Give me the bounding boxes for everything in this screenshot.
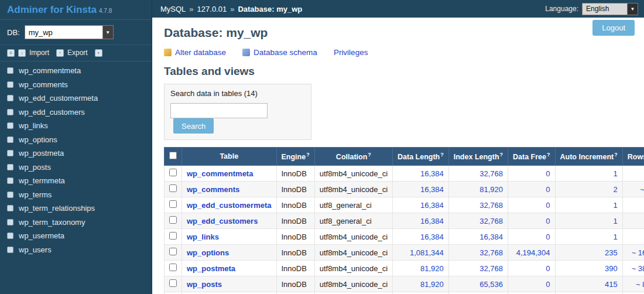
row-checkbox[interactable]: [169, 169, 177, 176]
privileges-link[interactable]: Privileges: [334, 48, 368, 57]
column-header-data-length[interactable]: Data Length?: [393, 148, 449, 166]
column-header-index-length[interactable]: Index Length?: [448, 148, 508, 166]
sidebar-table-item[interactable]: wp_commentmeta: [0, 64, 152, 78]
table-name-link[interactable]: wp_posts: [187, 280, 222, 289]
help-link[interactable]: ?: [368, 152, 371, 158]
auto-increment-link[interactable]: 1: [613, 217, 617, 225]
data-free-link[interactable]: 0: [546, 264, 550, 273]
table-select-icon[interactable]: [7, 192, 13, 198]
auto-increment-link[interactable]: 1: [613, 169, 617, 178]
sidebar-table-link[interactable]: wp_users: [19, 245, 52, 254]
row-checkbox[interactable]: [169, 232, 177, 240]
help-link[interactable]: ?: [500, 152, 503, 158]
search-input[interactable]: [170, 103, 268, 118]
table-select-icon[interactable]: [7, 205, 13, 211]
help-link[interactable]: ?: [306, 152, 310, 158]
sidebar-table-link[interactable]: wp_terms: [19, 190, 52, 199]
table-name-link[interactable]: wp_postmeta: [187, 264, 235, 273]
column-header-engine[interactable]: Engine?: [276, 148, 314, 166]
column-header-table[interactable]: Table: [182, 148, 277, 166]
sidebar-table-item[interactable]: wp_comments: [0, 78, 152, 92]
db-select[interactable]: my_wp ▼: [25, 25, 114, 39]
import-icon[interactable]: ↓: [18, 49, 26, 57]
table-select-icon[interactable]: [7, 109, 13, 115]
language-select[interactable]: English ▼: [582, 3, 638, 15]
row-checkbox[interactable]: [169, 248, 177, 255]
table-select-icon[interactable]: [7, 247, 13, 253]
data-free-link[interactable]: 0: [546, 201, 550, 210]
rows-link[interactable]: ~ 88: [636, 280, 644, 289]
column-header-data-free[interactable]: Data Free?: [508, 148, 555, 166]
sidebar-table-item[interactable]: wp_postmeta: [0, 146, 152, 160]
database-schema-link[interactable]: Database schema: [254, 48, 317, 57]
export-link[interactable]: Export: [67, 49, 88, 57]
index-length-link[interactable]: 32,768: [479, 217, 503, 225]
sidebar-table-link[interactable]: wp_termmeta: [19, 176, 65, 185]
sidebar-table-item[interactable]: wp_edd_customers: [0, 105, 152, 119]
sql-command-icon[interactable]: ≡: [7, 49, 15, 57]
column-header-rows[interactable]: Rows?: [622, 148, 644, 166]
select-all-checkbox[interactable]: [169, 152, 177, 159]
breadcrumb-item[interactable]: MySQL: [160, 5, 186, 13]
create-table-icon[interactable]: +: [95, 49, 102, 57]
sidebar-table-item[interactable]: wp_term_taxonomy: [0, 216, 152, 230]
rows-link[interactable]: ~ 383: [632, 264, 644, 273]
row-checkbox[interactable]: [169, 279, 177, 287]
breadcrumb-item[interactable]: 127.0.01: [197, 5, 227, 13]
rows-link[interactable]: ~ 1: [640, 185, 644, 194]
sidebar-table-link[interactable]: wp_term_relationships: [19, 204, 95, 213]
help-link[interactable]: ?: [547, 152, 550, 158]
auto-increment-link[interactable]: 235: [605, 248, 618, 257]
auto-increment-link[interactable]: 2: [613, 185, 617, 194]
table-name-link[interactable]: wp_commentmeta: [187, 169, 253, 178]
data-free-link[interactable]: 0: [546, 185, 550, 194]
data-free-link[interactable]: 0: [546, 233, 550, 241]
auto-increment-link[interactable]: 390: [605, 264, 618, 273]
help-link[interactable]: ?: [440, 152, 444, 158]
sidebar-table-link[interactable]: wp_commentmeta: [19, 66, 81, 75]
table-select-icon[interactable]: [7, 136, 13, 143]
search-button[interactable]: Search: [173, 118, 214, 134]
app-title-link[interactable]: Adminer for Kinsta: [7, 4, 97, 15]
sidebar-table-link[interactable]: wp_posts: [19, 163, 51, 172]
table-select-icon[interactable]: [7, 177, 13, 184]
index-length-link[interactable]: 65,536: [479, 280, 503, 289]
row-checkbox[interactable]: [169, 264, 177, 271]
table-select-icon[interactable]: [7, 81, 13, 88]
auto-increment-link[interactable]: 1: [613, 201, 617, 210]
data-length-link[interactable]: 16,384: [420, 217, 444, 225]
export-icon[interactable]: ↑: [56, 49, 64, 57]
auto-increment-link[interactable]: 1: [613, 233, 617, 241]
table-name-link[interactable]: wp_comments: [187, 185, 239, 194]
data-length-link[interactable]: 81,920: [420, 264, 444, 273]
table-select-icon[interactable]: [7, 150, 13, 156]
data-free-link[interactable]: 0: [546, 280, 550, 289]
sidebar-table-item[interactable]: wp_posts: [0, 160, 152, 175]
table-select-icon[interactable]: [7, 67, 13, 74]
index-length-link[interactable]: 32,768: [479, 264, 503, 273]
data-length-link[interactable]: 16,384: [420, 201, 444, 210]
data-length-link[interactable]: 16,384: [420, 169, 444, 178]
table-name-link[interactable]: wp_edd_customermeta: [187, 201, 272, 210]
sidebar-table-item[interactable]: wp_termmeta: [0, 174, 152, 188]
sidebar-table-link[interactable]: wp_edd_customermeta: [19, 94, 98, 102]
sidebar-table-item[interactable]: wp_terms: [0, 188, 152, 202]
alter-database-link[interactable]: Alter database: [175, 48, 226, 57]
table-name-link[interactable]: wp_links: [187, 233, 219, 241]
index-length-link[interactable]: 81,920: [479, 185, 503, 194]
sidebar-table-link[interactable]: wp_usermeta: [19, 231, 64, 240]
data-length-link[interactable]: 16,384: [420, 233, 444, 241]
sidebar-table-item[interactable]: wp_edd_customermeta: [0, 91, 152, 105]
table-select-icon[interactable]: [7, 219, 13, 225]
sidebar-table-link[interactable]: wp_edd_customers: [19, 108, 85, 117]
data-length-link[interactable]: 16,384: [420, 185, 444, 194]
sidebar-table-item[interactable]: wp_links: [0, 119, 152, 133]
row-checkbox[interactable]: [169, 184, 177, 192]
data-length-link[interactable]: 1,081,344: [410, 248, 444, 257]
table-name-link[interactable]: wp_edd_customers: [187, 217, 258, 225]
index-length-link[interactable]: 32,768: [479, 248, 503, 257]
help-link[interactable]: ?: [614, 152, 618, 158]
table-select-icon[interactable]: [7, 233, 13, 239]
index-length-link[interactable]: 16,384: [479, 233, 503, 241]
sidebar-table-link[interactable]: wp_options: [19, 135, 57, 144]
